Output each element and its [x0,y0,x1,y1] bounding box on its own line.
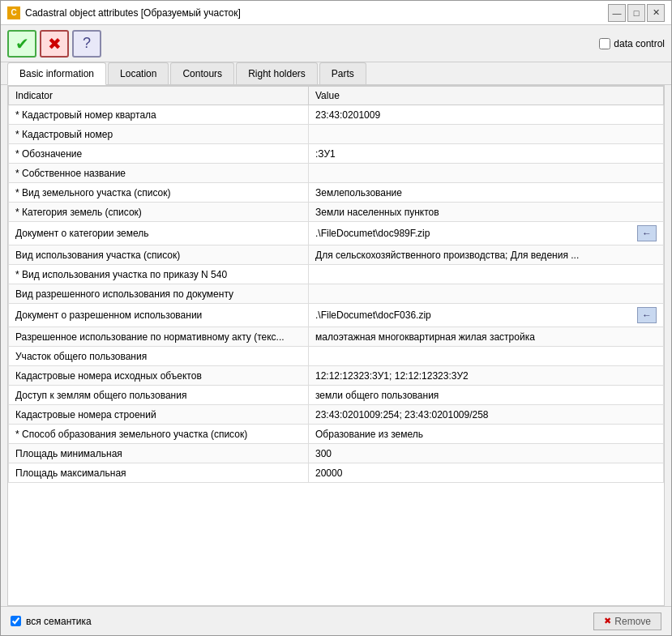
tab-bar: Basic information Location Contours Righ… [1,62,671,85]
table-row: Доступ к землям общего пользованияземли … [9,386,664,405]
value-cell: 300 [309,444,664,463]
value-cell[interactable]: .\FileDocumet\doc989F.zip← [309,222,664,245]
table-row: * Обозначение:ЗУ1 [9,144,664,164]
title-controls: — □ ✕ [608,4,665,22]
title-bar-left: C Cadastral object attributes [Образуемы… [7,6,241,19]
value-cell [309,125,664,144]
value-cell: 12:12:12323:3У1; 12:12:12323:3У2 [309,366,664,386]
remove-icon: ✖ [604,616,611,626]
value-cell: Образование из земель [309,425,664,444]
table-row: * Кадастровый номер [9,125,664,144]
value-text: .\FileDocumet\docF036.zip [315,309,634,321]
value-cell: 23:43:0201009 [309,105,664,125]
data-control-area: data control [599,38,665,49]
table-row: * Вид использования участка по приказу N… [9,265,664,284]
col-value-header: Value [309,87,664,105]
window-icon: C [7,6,20,19]
table-row: Площадь минимальная300 [9,444,664,463]
table-row: Участок общего пользования [9,347,664,366]
confirm-button[interactable]: ✔ [7,30,36,58]
indicator-cell: * Вид использования участка по приказу N… [9,265,309,284]
close-button[interactable]: ✕ [647,4,665,22]
toolbar: ✔ ✖ ? data control [1,25,671,62]
table-row: Площадь максимальная20000 [9,463,664,483]
remove-label: Remove [614,616,651,627]
value-cell: 23:43:0201009:254; 23:43:0201009/258 [309,405,664,425]
bottom-bar: вся семантика ✖ Remove [1,606,671,635]
indicator-cell: Площадь максимальная [9,463,309,483]
help-button[interactable]: ? [72,30,101,58]
value-cell: малоэтажная многоквартирная жилая застро… [309,327,664,347]
value-cell: Земли населенных пунктов [309,203,664,222]
indicator-cell: * Способ образования земельного участка … [9,425,309,444]
table-row: Кадастровые номера строений23:43:0201009… [9,405,664,425]
table-row: * Кадастровый номер квартала23:43:020100… [9,105,664,125]
table-row: Разрешенное использование по нормативном… [9,327,664,347]
indicator-cell: * Вид земельного участка (список) [9,183,309,203]
value-cell [309,347,664,366]
table-row: Вид использования участка (список)Для се… [9,245,664,265]
indicator-cell: Кадастровые номера строений [9,405,309,425]
value-cell: :ЗУ1 [309,144,664,164]
table-row: Кадастровые номера исходных объектов12:1… [9,366,664,386]
tab-location[interactable]: Location [108,62,169,84]
indicator-cell: * Собственное название [9,164,309,183]
table-row: * Способ образования земельного участка … [9,425,664,444]
tab-contours[interactable]: Contours [170,62,234,84]
value-text: .\FileDocumet\doc989F.zip [315,228,634,239]
value-cell: Для сельскохозяйственного производства; … [309,245,664,265]
main-window: C Cadastral object attributes [Образуемы… [0,0,672,636]
value-cell: Землепользование [309,183,664,203]
indicator-cell: Участок общего пользования [9,347,309,366]
table-row: * Категория земель (список)Земли населен… [9,203,664,222]
indicator-cell: Кадастровые номера исходных объектов [9,366,309,386]
attributes-table: Indicator Value * Кадастровый номер квар… [8,86,664,483]
table-row: Документ о категории земель.\FileDocumet… [9,222,664,245]
x-icon: ✖ [48,34,62,53]
data-control-checkbox[interactable] [599,38,610,49]
data-control-checkbox-container: data control [599,38,665,49]
window-title: Cadastral object attributes [Образуемый … [25,7,241,19]
indicator-cell: * Кадастровый номер квартала [9,105,309,125]
tab-parts[interactable]: Parts [319,62,366,84]
indicator-cell: Доступ к землям общего пользования [9,386,309,405]
value-cell: 20000 [309,463,664,483]
file-browse-button[interactable]: ← [637,307,657,323]
check-icon: ✔ [15,34,29,53]
tab-basic-information[interactable]: Basic information [7,62,106,85]
table-row: Документ о разрешенном использовании.\Fi… [9,304,664,327]
value-cell [309,265,664,284]
content-area: Indicator Value * Кадастровый номер квар… [7,85,665,606]
indicator-cell: Вид использования участка (список) [9,245,309,265]
indicator-cell: * Обозначение [9,144,309,164]
maximize-button[interactable]: □ [627,4,645,22]
indicator-cell: Площадь минимальная [9,444,309,463]
indicator-cell: Разрешенное использование по нормативном… [9,327,309,347]
semantics-label: вся семантика [26,616,92,627]
data-control-label: data control [614,38,665,49]
indicator-cell: Вид разрешенного использования по докуме… [9,284,309,304]
table-row: * Вид земельного участка (список)Землепо… [9,183,664,203]
file-browse-button[interactable]: ← [637,225,657,241]
tab-right-holders[interactable]: Right holders [236,62,318,84]
table-container[interactable]: Indicator Value * Кадастровый номер квар… [8,86,664,605]
value-cell[interactable]: .\FileDocumet\docF036.zip← [309,304,664,327]
table-row: Вид разрешенного использования по докуме… [9,284,664,304]
bottom-left: вся семантика [11,616,92,627]
minimize-button[interactable]: — [608,4,626,22]
col-indicator-header: Indicator [9,87,309,105]
indicator-cell: * Категория земель (список) [9,203,309,222]
value-cell [309,284,664,304]
indicator-cell: * Кадастровый номер [9,125,309,144]
remove-button[interactable]: ✖ Remove [593,613,661,630]
indicator-cell: Документ о категории земель [9,222,309,245]
toolbar-left: ✔ ✖ ? [7,30,101,58]
table-row: * Собственное название [9,164,664,183]
cancel-button[interactable]: ✖ [40,30,69,58]
title-bar: C Cadastral object attributes [Образуемы… [1,1,671,25]
value-cell: земли общего пользования [309,386,664,405]
semantics-checkbox[interactable] [11,616,21,626]
value-cell [309,164,664,183]
question-icon: ? [83,35,91,52]
indicator-cell: Документ о разрешенном использовании [9,304,309,327]
